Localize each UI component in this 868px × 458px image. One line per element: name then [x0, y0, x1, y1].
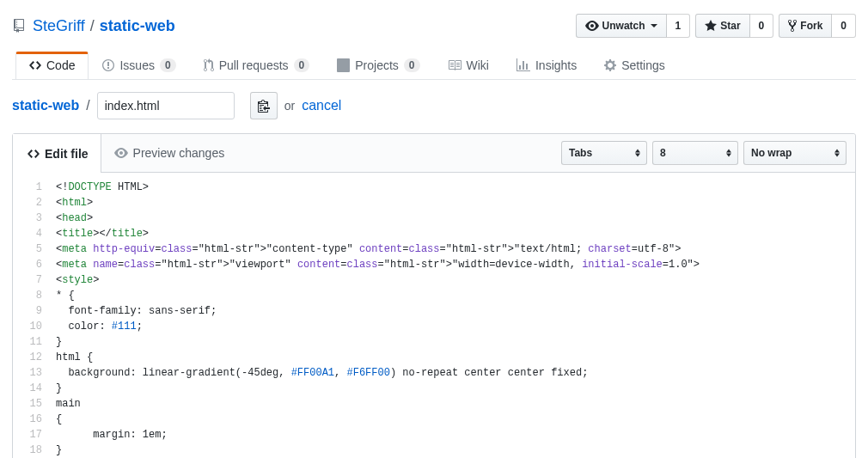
code-content[interactable]: <!DOCTYPE HTML><html><head><title></titl… — [56, 173, 708, 458]
pagehead-actions: Unwatch 1 Star 0 Fork 0 — [576, 14, 856, 38]
pull-request-icon — [204, 58, 214, 72]
graph-icon — [517, 58, 530, 72]
tab-pulls-label: Pull requests — [219, 58, 289, 72]
stars-count[interactable]: 0 — [750, 14, 774, 38]
tab-settings[interactable]: Settings — [590, 52, 679, 79]
tab-projects[interactable]: Projects 0 — [323, 52, 433, 79]
star-icon — [705, 19, 717, 33]
star-label: Star — [720, 21, 740, 31]
copy-path-button[interactable] — [250, 92, 278, 119]
repo-icon — [12, 19, 26, 33]
unwatch-label: Unwatch — [602, 21, 645, 31]
indent-size-select[interactable]: 8 — [652, 141, 738, 165]
code-icon — [28, 147, 40, 161]
tab-insights-label: Insights — [535, 58, 577, 72]
tab-projects-label: Projects — [355, 58, 399, 72]
unwatch-button[interactable]: Unwatch — [576, 14, 667, 38]
wrap-mode-select[interactable]: No wrap — [743, 141, 847, 165]
tab-code-label: Code — [46, 58, 75, 72]
repo-nav: Code Issues 0 Pull requests 0 Projects 0… — [12, 52, 856, 80]
eye-icon — [585, 19, 599, 33]
caret-down-icon — [651, 24, 657, 27]
forks-count[interactable]: 0 — [832, 14, 856, 38]
tab-issues[interactable]: Issues 0 — [89, 52, 189, 79]
issue-icon — [102, 58, 114, 72]
tab-wiki[interactable]: Wiki — [434, 52, 503, 79]
tab-insights[interactable]: Insights — [503, 52, 590, 79]
repo-link[interactable]: static-web — [100, 17, 175, 34]
tab-issues-label: Issues — [119, 58, 154, 72]
editor-box: Edit file Preview changes Tabs 8 No wrap — [12, 133, 856, 458]
preview-changes-label: Preview changes — [133, 146, 225, 160]
watchers-count[interactable]: 1 — [667, 14, 691, 38]
fork-label: Fork — [800, 21, 822, 31]
code-icon — [29, 58, 41, 72]
filename-input[interactable] — [97, 92, 235, 119]
code-editor[interactable]: 123456789101112131415161718 <!DOCTYPE HT… — [13, 173, 855, 458]
file-repo-link[interactable]: static-web — [12, 98, 79, 113]
file-path-row: static-web / or cancel — [12, 92, 856, 119]
star-button[interactable]: Star — [695, 14, 749, 38]
owner-link[interactable]: SteGriff — [33, 17, 85, 35]
edit-file-label: Edit file — [45, 147, 89, 161]
fork-button[interactable]: Fork — [779, 14, 832, 38]
eye-icon — [114, 146, 128, 160]
or-text: or — [284, 99, 295, 113]
tab-wiki-label: Wiki — [467, 58, 489, 72]
edit-file-tab[interactable]: Edit file — [13, 134, 101, 173]
issues-count: 0 — [160, 58, 176, 72]
book-icon — [448, 58, 462, 72]
pulls-count: 0 — [294, 58, 310, 72]
cancel-link[interactable]: cancel — [302, 98, 341, 113]
fork-icon — [788, 19, 797, 33]
gear-icon — [604, 58, 616, 72]
project-icon — [337, 58, 350, 72]
repo-breadcrumb: SteGriff / static-web — [12, 17, 175, 35]
tab-settings-label: Settings — [621, 58, 665, 72]
tab-pulls[interactable]: Pull requests 0 — [190, 52, 324, 79]
tab-code[interactable]: Code — [15, 52, 89, 79]
line-numbers: 123456789101112131415161718 — [13, 173, 56, 458]
indent-mode-select[interactable]: Tabs — [561, 141, 647, 165]
clipboard-icon — [258, 99, 270, 113]
preview-changes-tab[interactable]: Preview changes — [101, 134, 238, 173]
projects-count: 0 — [404, 58, 420, 72]
